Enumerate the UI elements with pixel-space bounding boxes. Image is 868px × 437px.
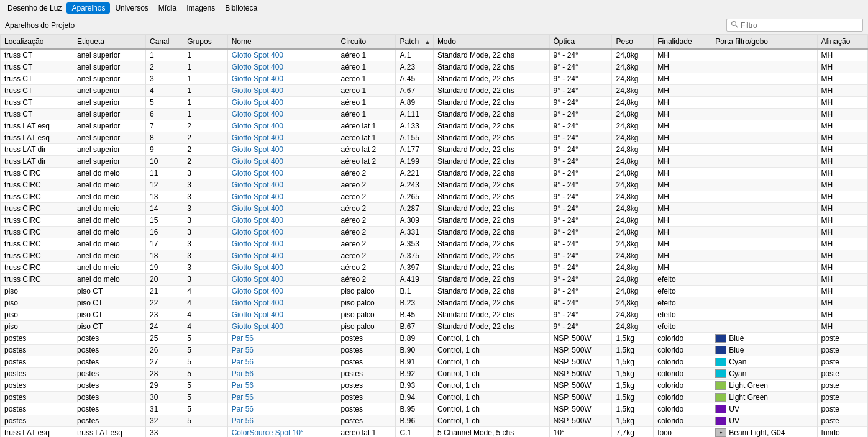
table-row[interactable]: truss CTanel superior61Giotto Spot 400aé…	[1, 109, 868, 120]
table-row[interactable]: pisopiso CT234Giotto Spot 400piso palcoB…	[1, 309, 868, 321]
cell-porta_filtro	[711, 191, 817, 203]
cell-grupos: 3	[183, 215, 227, 227]
cell-nome: Giotto Spot 400	[227, 109, 337, 120]
cell-localizacao: truss CIRC	[1, 274, 73, 286]
table-row[interactable]: truss CIRCanel do meio153Giotto Spot 400…	[1, 215, 868, 227]
table-row[interactable]: pisopiso CT224Giotto Spot 400piso palcoB…	[1, 297, 868, 309]
cell-porta_filtro	[711, 203, 817, 215]
cell-finalidade: MH	[654, 132, 711, 144]
cell-porta_filtro	[711, 262, 817, 274]
cell-afinacao: MH	[817, 227, 867, 238]
table-row[interactable]: truss CTanel superior21Giotto Spot 400aé…	[1, 61, 868, 73]
cell-canal: 24	[145, 321, 183, 333]
table-row[interactable]: truss CIRCanel do meio123Giotto Spot 400…	[1, 179, 868, 191]
cell-grupos: 2	[183, 120, 227, 132]
col-header-optica[interactable]: Óptica	[549, 35, 612, 49]
table-row[interactable]: truss CTanel superior31Giotto Spot 400aé…	[1, 73, 868, 85]
cell-circuito: piso palco	[337, 286, 396, 297]
table-row[interactable]: postespostes255Par 56postesB.89Control, …	[1, 333, 868, 345]
table-row[interactable]: postespostes285Par 56postesB.92Control, …	[1, 368, 868, 380]
table-row[interactable]: postespostes315Par 56postesB.95Control, …	[1, 403, 868, 415]
cell-porta_filtro	[711, 215, 817, 227]
cell-porta_filtro	[711, 49, 817, 61]
table-row[interactable]: pisopiso CT214Giotto Spot 400piso palcoB…	[1, 286, 868, 297]
cell-localizacao: postes	[1, 403, 73, 415]
cell-optica: 9° - 24°	[549, 262, 612, 274]
cell-localizacao: truss CT	[1, 61, 73, 73]
cell-canal: 28	[145, 368, 183, 380]
table-row[interactable]: truss CIRCanel do meio203Giotto Spot 400…	[1, 274, 868, 286]
cell-localizacao: truss LAT esq	[1, 132, 73, 144]
table-row[interactable]: truss LAT esqanel superior72Giotto Spot …	[1, 120, 868, 132]
col-header-porta_filtro[interactable]: Porta filtro/gobo	[711, 35, 817, 49]
col-header-canal[interactable]: Canal	[145, 35, 183, 49]
cell-patch: A.177	[396, 144, 433, 156]
table-row[interactable]: truss CIRCanel do meio113Giotto Spot 400…	[1, 168, 868, 179]
table-row[interactable]: truss CTanel superior11Giotto Spot 400aé…	[1, 49, 868, 61]
table-row[interactable]: truss CIRCanel do meio193Giotto Spot 400…	[1, 262, 868, 274]
cell-canal: 25	[145, 333, 183, 345]
table-row[interactable]: truss LAT diranel superior102Giotto Spot…	[1, 156, 868, 168]
table-row[interactable]: truss LAT diranel superior92Giotto Spot …	[1, 144, 868, 156]
menubar-item-imagens[interactable]: Imagens	[181, 2, 220, 14]
cell-porta_filtro: ✦Beam Light, G04	[711, 427, 817, 438]
col-header-localizacao[interactable]: Localização	[1, 35, 73, 49]
search-box[interactable]	[726, 19, 863, 32]
cell-afinacao: MH	[817, 274, 867, 286]
table-row[interactable]: truss LAT esqanel superior82Giotto Spot …	[1, 132, 868, 144]
table-row[interactable]: postespostes325Par 56postesB.96Control, …	[1, 415, 868, 427]
table-row[interactable]: truss CIRCanel do meio173Giotto Spot 400…	[1, 238, 868, 250]
search-input[interactable]	[741, 21, 859, 30]
table-row[interactable]: truss CIRCanel do meio163Giotto Spot 400…	[1, 227, 868, 238]
cell-porta_filtro	[711, 297, 817, 309]
cell-canal: 1	[145, 49, 183, 61]
table-row[interactable]: truss CIRCanel do meio183Giotto Spot 400…	[1, 250, 868, 262]
cell-canal: 2	[145, 61, 183, 73]
cell-patch: A.155	[396, 132, 433, 144]
col-header-circuito[interactable]: Circuito	[337, 35, 396, 49]
cell-canal: 4	[145, 85, 183, 97]
table-row[interactable]: postespostes275Par 56postesB.91Control, …	[1, 356, 868, 368]
cell-modo: Standard Mode, 22 chs	[433, 97, 549, 109]
table-row[interactable]: pisopiso CT244Giotto Spot 400piso palcoB…	[1, 321, 868, 333]
menubar-item-aparelhos[interactable]: Aparelhos	[66, 2, 110, 14]
table-row[interactable]: postespostes305Par 56postesB.94Control, …	[1, 392, 868, 403]
cell-modo: Standard Mode, 22 chs	[433, 262, 549, 274]
cell-afinacao: MH	[817, 168, 867, 179]
col-header-finalidade[interactable]: Finalidade	[654, 35, 711, 49]
cell-nome: Giotto Spot 400	[227, 85, 337, 97]
menubar-item-biblioteca[interactable]: Biblioteca	[220, 2, 262, 14]
table-row[interactable]: postespostes295Par 56postesB.93Control, …	[1, 380, 868, 392]
table-row[interactable]: truss LAT esqtruss LAT esq33ColorSource …	[1, 427, 868, 438]
cell-etiqueta: piso CT	[73, 321, 145, 333]
cell-optica: 9° - 24°	[549, 49, 612, 61]
cell-grupos: 3	[183, 250, 227, 262]
cell-modo: Standard Mode, 22 chs	[433, 309, 549, 321]
table-row[interactable]: truss CTanel superior51Giotto Spot 400aé…	[1, 97, 868, 109]
col-header-etiqueta[interactable]: Etiqueta	[73, 35, 145, 49]
table-row[interactable]: truss CIRCanel do meio133Giotto Spot 400…	[1, 191, 868, 203]
col-header-nome[interactable]: Nome	[227, 35, 337, 49]
table-row[interactable]: truss CIRCanel do meio143Giotto Spot 400…	[1, 203, 868, 215]
col-header-peso[interactable]: Peso	[612, 35, 654, 49]
menubar-item-mídia[interactable]: Mídia	[153, 2, 181, 14]
cell-patch: B.91	[396, 356, 433, 368]
table-row[interactable]: truss CTanel superior41Giotto Spot 400aé…	[1, 85, 868, 97]
cell-finalidade: MH	[654, 262, 711, 274]
cell-afinacao: MH	[817, 262, 867, 274]
col-header-patch[interactable]: Patch▲	[396, 35, 433, 49]
col-header-afinacao[interactable]: Afinação	[817, 35, 867, 49]
cell-optica: NSP, 500W	[549, 368, 612, 380]
menubar-item-desenho-de-luz[interactable]: Desenho de Luz	[2, 2, 66, 14]
col-header-modo[interactable]: Modo	[433, 35, 549, 49]
cell-finalidade: colorido	[654, 333, 711, 345]
cell-optica: 9° - 24°	[549, 156, 612, 168]
cell-etiqueta: piso CT	[73, 297, 145, 309]
cell-circuito: aéreo 1	[337, 109, 396, 120]
cell-etiqueta: anel superior	[73, 156, 145, 168]
table-row[interactable]: postespostes265Par 56postesB.90Control, …	[1, 345, 868, 356]
cell-circuito: aéreo 2	[337, 203, 396, 215]
col-header-grupos[interactable]: Grupos	[183, 35, 227, 49]
cell-peso: 7,7kg	[612, 427, 654, 438]
menubar-item-universos[interactable]: Universos	[110, 2, 153, 14]
